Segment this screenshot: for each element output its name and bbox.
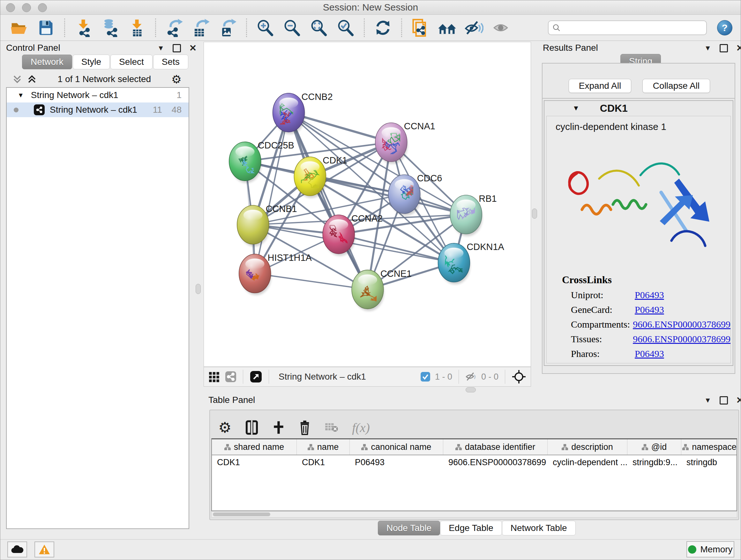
panel-close-icon[interactable]: ✕ (189, 43, 197, 53)
expand-all-icon[interactable] (26, 74, 37, 84)
table-cell[interactable]: CDK1 (212, 455, 297, 469)
panel-float-icon[interactable] (720, 396, 728, 405)
tab-network-table[interactable]: Network Table (502, 521, 576, 536)
protein-details: cyclin-dependent kinase 1 CrossLinks Uni… (546, 116, 731, 363)
home-pages-button[interactable] (436, 17, 458, 38)
tab-style[interactable]: Style (73, 55, 110, 69)
collapse-all-icon[interactable] (12, 74, 23, 84)
zoom-selected-button[interactable] (335, 17, 356, 38)
column-header-canonical-name[interactable]: canonical name (350, 439, 443, 455)
table-cell[interactable]: P06493 (350, 455, 443, 469)
search-box (548, 20, 707, 35)
right-splitter-handle[interactable] (532, 208, 537, 219)
panel-menu-icon[interactable]: ▼ (704, 396, 711, 405)
crosslink-link[interactable]: P06493 (635, 304, 664, 315)
panel-float-icon[interactable] (173, 44, 181, 52)
left-splitter-handle[interactable] (196, 284, 201, 294)
zoom-out-button[interactable] (281, 17, 302, 38)
network-row[interactable]: String Network – cdk1 11 48 (7, 103, 189, 117)
table-cell[interactable]: stringdb (681, 455, 737, 469)
birds-eye-crosshair-icon[interactable] (512, 369, 526, 384)
results-panel-title: Results Panel (543, 43, 598, 53)
crosslinks-heading: CrossLinks (562, 274, 731, 286)
table-horizontal-scrollbar[interactable] (211, 511, 737, 517)
panel-close-icon[interactable]: ✕ (736, 395, 741, 406)
panel-close-icon[interactable]: ✕ (736, 43, 741, 53)
network-graph[interactable]: CCNB2CCNA1CDC25BCDK1CDC6RB1CCNB1CCNA2CDK… (204, 42, 531, 367)
zoom-fit-button[interactable] (308, 17, 329, 38)
cloud-status-button[interactable] (7, 542, 27, 557)
import-network-from-database-button[interactable] (99, 17, 121, 38)
hidden-eye-slash-icon[interactable] (465, 372, 477, 382)
network-view-share-icon[interactable] (225, 371, 237, 382)
network-options-gear-icon[interactable]: ⚙ (172, 73, 182, 86)
panel-float-icon[interactable] (720, 44, 728, 52)
tab-node-table[interactable]: Node Table (378, 521, 440, 536)
node-label-CDC6: CDC6 (417, 173, 442, 183)
network-edge[interactable] (288, 113, 367, 290)
table-row[interactable]: CDK1CDK1P064939606.ENSP00000378699cyclin… (212, 455, 737, 469)
network-tree: ▼ String Network – cdk1 1 String Network… (6, 87, 189, 529)
table-options-gear-icon[interactable]: ⚙ (218, 419, 231, 436)
column-header-name[interactable]: name (297, 439, 350, 455)
export-image-button[interactable] (217, 17, 239, 38)
scrollbar-thumb[interactable] (213, 512, 270, 516)
table-cell[interactable]: CDK1 (297, 455, 350, 469)
export-table-button[interactable] (191, 17, 212, 38)
network-selection-row: 1 of 1 Network selected ⚙ (6, 72, 189, 86)
bottom-splitter-handle[interactable] (466, 387, 476, 392)
crosslink-link[interactable]: 9606.ENSP00000378699 (633, 319, 731, 330)
save-session-button[interactable] (36, 17, 57, 38)
delete-table-icon[interactable] (325, 422, 339, 433)
crosslink-link[interactable]: 9606.ENSP00000378699 (633, 334, 731, 345)
table-cell[interactable]: stringdb:9... (627, 455, 681, 469)
control-panel-tabs: Network Style Select Sets (22, 55, 189, 69)
column-header-namespace[interactable]: namespace (681, 439, 737, 455)
tab-select[interactable]: Select (111, 55, 152, 69)
protein-section-header[interactable]: ▼ CDK1 (544, 101, 733, 116)
open-session-button[interactable] (9, 17, 30, 38)
crosslink-link[interactable]: P06493 (635, 290, 664, 300)
crosslink-link[interactable]: P06493 (635, 348, 664, 359)
network-from-document-button[interactable] (410, 17, 431, 38)
hide-selected-button[interactable] (463, 17, 484, 38)
panel-menu-icon[interactable]: ▼ (157, 44, 164, 52)
delete-column-icon[interactable] (298, 420, 311, 435)
network-edge[interactable] (255, 273, 367, 290)
column-header--id[interactable]: @id (627, 439, 681, 455)
selected-checkbox-icon[interactable] (420, 372, 430, 382)
search-input[interactable] (563, 22, 702, 33)
import-table-from-file-button[interactable] (126, 17, 147, 38)
column-header-description[interactable]: description (548, 439, 627, 455)
apply-layout-button[interactable] (373, 17, 394, 38)
tree-expander-icon[interactable]: ▼ (17, 91, 24, 99)
panel-menu-icon[interactable]: ▼ (704, 44, 711, 52)
tab-network[interactable]: Network (22, 55, 72, 69)
import-network-from-file-button[interactable] (73, 17, 94, 38)
collapse-all-button[interactable]: Collapse All (643, 79, 710, 93)
export-network-button[interactable] (164, 17, 185, 38)
create-column-icon[interactable] (272, 421, 285, 435)
table-cell[interactable]: 9606.ENSP00000378699 (443, 455, 548, 469)
zoom-in-button[interactable] (255, 17, 276, 38)
network-collection-row[interactable]: ▼ String Network – cdk1 1 (7, 88, 189, 103)
show-columns-icon[interactable] (245, 420, 259, 435)
expand-all-button[interactable]: Expand All (569, 79, 631, 93)
detach-view-icon[interactable] (250, 370, 262, 383)
table-cell[interactable]: cyclin-dependent ... (548, 455, 627, 469)
column-header-database-identifier[interactable]: database identifier (443, 439, 548, 455)
network-type-badge (34, 105, 45, 115)
warnings-button[interactable] (35, 542, 54, 557)
memory-button[interactable]: Memory (686, 541, 734, 557)
grid-view-icon[interactable] (208, 371, 220, 383)
section-expander-icon[interactable]: ▼ (572, 104, 580, 112)
column-header-shared-name[interactable]: shared name (212, 439, 297, 455)
function-builder-icon[interactable]: f(x) (352, 420, 370, 435)
network-view-canvas[interactable]: CCNB2CCNA1CDC25BCDK1CDC6RB1CCNB1CCNA2CDK… (204, 42, 531, 367)
show-all-button[interactable] (490, 17, 511, 38)
network-edge[interactable] (255, 113, 289, 273)
toolbar-separator (155, 18, 156, 37)
help-button[interactable]: ? (717, 20, 732, 36)
tab-edge-table[interactable]: Edge Table (440, 521, 502, 536)
tab-sets[interactable]: Sets (153, 55, 188, 69)
